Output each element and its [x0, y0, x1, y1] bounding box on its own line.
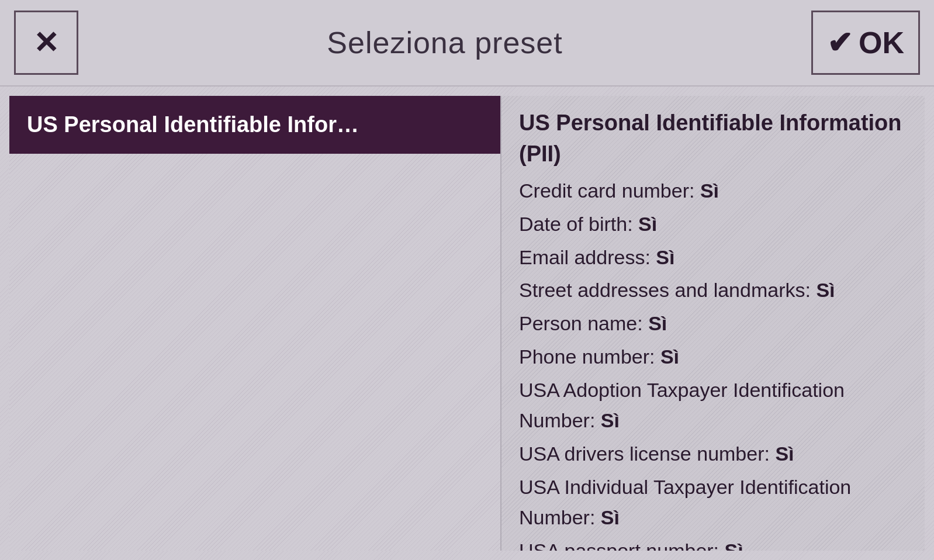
detail-line-2: Email address: Sì [519, 242, 907, 273]
detail-line-1-text: Date of birth: [519, 213, 638, 235]
detail-line-7-text: USA drivers license number: [519, 443, 775, 465]
detail-line-9-text: USA passport number: [519, 540, 725, 551]
dialog: ✕ Seleziona preset ✔ OK US Personal Iden… [0, 0, 934, 560]
close-button[interactable]: ✕ [14, 11, 78, 75]
checkmark-icon: ✔ [827, 25, 853, 60]
list-item[interactable]: US Personal Identifiable Infor… [9, 96, 500, 154]
dialog-content: US Personal Identifiable Infor… US Perso… [0, 87, 934, 560]
detail-line-8: USA Individual Taxpayer Identification N… [519, 472, 907, 533]
dialog-header: ✕ Seleziona preset ✔ OK [0, 0, 934, 87]
detail-line-8-text: USA Individual Taxpayer Identification N… [519, 476, 851, 529]
detail-title: US Personal Identifiable Information (PI… [519, 108, 907, 170]
detail-line-9-bold: Sì [725, 540, 743, 551]
preset-list[interactable]: US Personal Identifiable Infor… [9, 96, 500, 551]
detail-line-9: USA passport number: Sì [519, 535, 907, 551]
detail-line-7: USA drivers license number: Sì [519, 438, 907, 469]
ok-button[interactable]: ✔ OK [811, 11, 920, 75]
detail-line-6-text: USA Adoption Taxpayer Identification Num… [519, 379, 845, 432]
detail-line-4-bold: Sì [648, 312, 667, 334]
detail-line-5-bold: Sì [660, 345, 679, 368]
detail-line-3: Street addresses and landmarks: Sì [519, 275, 907, 306]
detail-line-4-text: Person name: [519, 312, 648, 334]
detail-panel: US Personal Identifiable Information (PI… [500, 96, 925, 551]
detail-line-0: Credit card number: Sì [519, 175, 907, 206]
detail-line-0-text: Credit card number: [519, 179, 700, 202]
detail-line-3-bold: Sì [816, 279, 835, 301]
detail-line-8-bold: Sì [601, 506, 620, 528]
ok-label: OK [859, 25, 904, 60]
detail-line-3-text: Street addresses and landmarks: [519, 279, 816, 301]
dialog-title: Seleziona preset [327, 25, 562, 60]
detail-line-5: Phone number: Sì [519, 341, 907, 372]
detail-line-1-bold: Sì [638, 213, 657, 235]
detail-line-1: Date of birth: Sì [519, 209, 907, 240]
detail-line-4: Person name: Sì [519, 308, 907, 339]
detail-line-5-text: Phone number: [519, 345, 660, 368]
detail-line-2-text: Email address: [519, 246, 656, 268]
detail-line-6-bold: Sì [601, 409, 620, 431]
close-icon: ✕ [33, 25, 59, 60]
detail-line-2-bold: Sì [656, 246, 674, 268]
detail-line-7-bold: Sì [775, 443, 794, 465]
detail-line-0-bold: Sì [700, 179, 719, 202]
detail-line-6: USA Adoption Taxpayer Identification Num… [519, 375, 907, 436]
list-item-label: US Personal Identifiable Infor… [27, 112, 359, 137]
